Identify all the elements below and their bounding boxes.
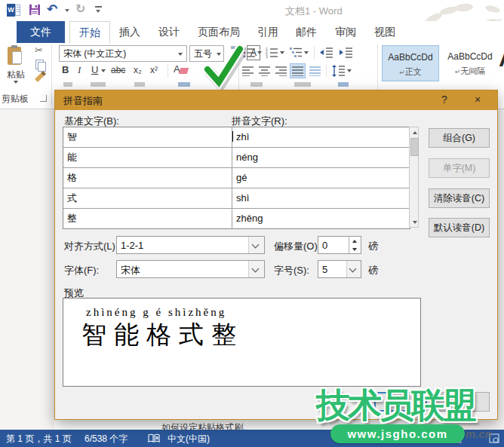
tab-page-layout[interactable]: 页面布局 xyxy=(189,21,249,43)
increase-indent-button[interactable] xyxy=(340,47,353,58)
underline-button[interactable]: U xyxy=(91,64,98,75)
paste-button[interactable]: 粘贴 xyxy=(0,69,32,81)
format-painter-icon[interactable] xyxy=(33,72,47,84)
redo-button[interactable]: ↻ xyxy=(75,2,92,18)
alignment-dropdown[interactable] xyxy=(248,237,264,253)
offset-label: 偏移量(O): xyxy=(274,240,320,253)
customize-qat-caret-icon xyxy=(96,10,100,13)
ruby-text-cell[interactable]: shì xyxy=(232,188,410,208)
redo-icon: ↻ xyxy=(75,2,85,15)
ruby-text-cell[interactable]: néng xyxy=(232,148,410,167)
clear-reading-button[interactable]: 清除读音(C) xyxy=(429,188,490,208)
line-spacing-button[interactable] xyxy=(332,65,346,77)
tab-review[interactable]: 审阅 xyxy=(326,21,365,43)
ruby-text-cell[interactable]: gé xyxy=(232,168,410,188)
tab-home[interactable]: 开始 xyxy=(69,21,110,44)
ruby-font-combo[interactable]: 宋体 xyxy=(116,260,265,278)
bold-button[interactable]: B xyxy=(62,64,69,75)
clipboard-group-label: 剪贴板 xyxy=(2,93,29,106)
cut-icon[interactable]: ✂ xyxy=(35,44,43,56)
save-icon[interactable] xyxy=(29,4,41,16)
ruby-size-combo[interactable]: 5 xyxy=(318,260,361,278)
check-annotation-icon xyxy=(201,43,246,90)
ruby-size-dropdown[interactable] xyxy=(346,261,361,277)
base-text-cell[interactable]: 格 xyxy=(63,168,232,188)
page-indicator[interactable]: 第 1 页，共 1 页 xyxy=(6,433,72,445)
customize-qat-button[interactable] xyxy=(95,6,102,8)
spin-up-icon[interactable] xyxy=(349,237,360,245)
tab-references[interactable]: 引用 xyxy=(249,21,287,43)
word-app-icon[interactable]: W xyxy=(7,4,20,17)
numbered-list-button[interactable]: 123 xyxy=(266,47,278,58)
base-text-cell[interactable]: 智 xyxy=(63,127,232,147)
distribute-button[interactable] xyxy=(309,66,321,76)
tab-design[interactable]: 设计 xyxy=(149,21,189,43)
decrease-indent-button[interactable] xyxy=(320,47,333,58)
tab-insert[interactable]: 插入 xyxy=(110,21,149,43)
ruby-size-unit-label: 磅 xyxy=(368,264,378,277)
style-card-no-spacing[interactable]: AaBbCcDd ↵无间隔 xyxy=(441,45,499,81)
offset-value: 0 xyxy=(322,240,327,251)
undo-button[interactable]: ↶ xyxy=(47,2,65,18)
ribbon-tabs: 文件 开始 插入 设计 页面布局 引用 邮件 审阅 视图 xyxy=(0,21,504,43)
spin-down-icon[interactable] xyxy=(349,245,360,253)
preview-box: zhìnéng g é shìzhěng 智能格式整 xyxy=(63,298,421,387)
group-separator xyxy=(51,44,52,105)
preview-ruby-text: zhìnéng g é shìzhěng xyxy=(86,306,226,319)
dialog-help-button[interactable]: ? xyxy=(436,93,453,106)
ruby-size-label: 字号(S): xyxy=(274,264,309,277)
tab-file[interactable]: 文件 xyxy=(17,21,65,43)
base-text-cell[interactable]: 整 xyxy=(63,209,232,228)
base-text-cell[interactable]: 能 xyxy=(63,148,232,167)
paste-icon[interactable] xyxy=(6,46,26,69)
scroll-up-icon[interactable] xyxy=(410,127,419,137)
paste-dropdown-icon[interactable] xyxy=(14,81,18,84)
dialog-title-bar[interactable]: 拼音指南 ? × xyxy=(55,90,497,110)
italic-button[interactable]: I xyxy=(78,64,81,76)
offset-spinner[interactable]: 0 xyxy=(318,236,361,254)
font-name-dropdown-icon xyxy=(178,53,183,56)
multilevel-list-dropdown-icon[interactable] xyxy=(304,51,309,54)
ruby-text-cell[interactable]: zhì xyxy=(232,127,410,147)
align-right-button[interactable] xyxy=(275,66,287,76)
superscript-button[interactable]: x² xyxy=(150,65,158,75)
alignment-combo[interactable]: 1-2-1 xyxy=(116,236,265,254)
chevron-down-icon xyxy=(252,265,260,273)
offset-spin-buttons xyxy=(349,237,361,253)
strikethrough-button[interactable]: abc xyxy=(111,65,125,75)
font-name-combo[interactable]: 宋体 (中文正文) xyxy=(59,45,187,62)
bullet-list-dropdown-icon[interactable] xyxy=(257,51,262,54)
line-spacing-dropdown-icon[interactable] xyxy=(347,69,352,72)
style-name: ↵无间隔 xyxy=(441,66,499,77)
style-card-normal[interactable]: AaBbCcDd ↵正文 xyxy=(382,45,439,81)
proofing-errors-icon[interactable] xyxy=(148,433,160,443)
align-center-button[interactable] xyxy=(259,66,271,76)
watermark-url: www.jsgho.com xyxy=(330,424,465,443)
text-cursor xyxy=(232,131,233,142)
grid-scrollbar[interactable] xyxy=(409,127,419,228)
default-reading-button[interactable]: 默认读音(D) xyxy=(429,218,490,237)
single-char-button[interactable]: 单字(M) xyxy=(429,158,490,178)
watermark-brand: 技术员联盟 xyxy=(316,383,475,428)
undo-dropdown-icon[interactable] xyxy=(65,9,69,12)
ruby-font-dropdown[interactable] xyxy=(248,261,264,277)
language-indicator[interactable]: 中文(中国) xyxy=(167,433,210,445)
numbered-list-dropdown-icon[interactable] xyxy=(280,51,284,54)
tab-view[interactable]: 视图 xyxy=(365,21,404,43)
dialog-close-button[interactable]: × xyxy=(469,93,486,106)
underline-dropdown-icon[interactable] xyxy=(101,69,106,72)
style-sample: AaBbCcDd xyxy=(441,51,499,62)
word-count[interactable]: 6/538 个字 xyxy=(85,433,128,445)
combine-button[interactable]: 组合(G) xyxy=(429,128,490,148)
alignment-label: 对齐方式(L): xyxy=(64,240,118,253)
multilevel-list-button[interactable] xyxy=(290,47,303,58)
chevron-down-icon xyxy=(349,265,357,273)
subscript-button[interactable]: x₂ xyxy=(134,65,142,75)
base-text-cell[interactable]: 式 xyxy=(63,188,232,208)
scrollbar-thumb[interactable] xyxy=(410,138,419,156)
font-name-value: 宋体 (中文正文) xyxy=(63,47,126,60)
ruby-text-cell[interactable]: zhěng xyxy=(232,209,410,228)
scroll-down-icon[interactable] xyxy=(410,217,419,227)
tab-mailings[interactable]: 邮件 xyxy=(287,21,326,43)
clipboard-dialog-launcher[interactable] xyxy=(40,95,47,102)
